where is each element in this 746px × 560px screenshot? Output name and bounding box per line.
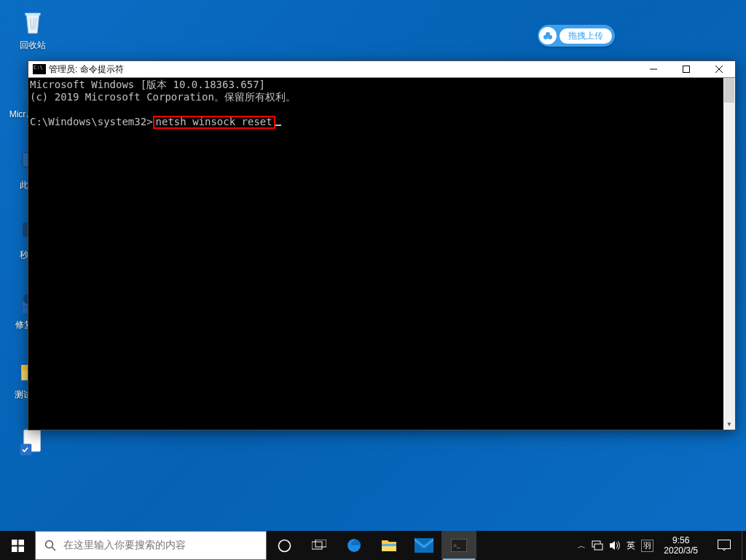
search-placeholder: 在这里输入你要搜索的内容 bbox=[63, 539, 186, 552]
close-button[interactable] bbox=[702, 61, 735, 77]
network-icon[interactable] bbox=[592, 540, 603, 551]
scroll-down-icon[interactable]: ▼ bbox=[723, 418, 735, 430]
maximize-button[interactable] bbox=[670, 61, 702, 77]
upload-drag-widget[interactable]: 拖拽上传 bbox=[538, 25, 615, 47]
ime-language[interactable]: 英 bbox=[627, 540, 635, 552]
cmd-app-icon bbox=[33, 64, 46, 74]
scroll-thumb[interactable] bbox=[724, 78, 734, 103]
taskbar-spacer bbox=[476, 531, 570, 560]
upload-drag-label: 拖拽上传 bbox=[560, 28, 612, 44]
action-center-button[interactable] bbox=[708, 531, 740, 560]
svg-point-15 bbox=[546, 32, 550, 36]
ime-mode[interactable]: 羽 bbox=[641, 540, 653, 552]
cmd-cursor bbox=[275, 125, 281, 126]
svg-rect-17 bbox=[683, 66, 689, 73]
notification-icon bbox=[718, 540, 731, 551]
clock-time: 9:56 bbox=[664, 535, 698, 545]
tray-chevron-up-icon[interactable]: ︿ bbox=[578, 540, 586, 551]
mail-icon bbox=[415, 538, 433, 553]
clock[interactable]: 9:56 2020/3/5 bbox=[659, 535, 702, 556]
recycle-bin-icon bbox=[17, 6, 49, 38]
svg-rect-31 bbox=[382, 544, 396, 546]
window-title: 管理员: 命令提示符 bbox=[49, 63, 637, 76]
cortana-button[interactable] bbox=[267, 531, 302, 560]
cmd-icon: >_ bbox=[451, 539, 467, 552]
taskbar-app-mail[interactable] bbox=[407, 531, 441, 560]
search-input[interactable]: 在这里输入你要搜索的内容 bbox=[35, 531, 267, 560]
cmd-body[interactable]: Microsoft Windows [版本 10.0.18363.657] (c… bbox=[28, 78, 735, 430]
svg-rect-22 bbox=[12, 546, 17, 552]
edge-icon bbox=[345, 537, 363, 554]
folder-icon bbox=[380, 537, 398, 553]
svg-rect-23 bbox=[18, 546, 24, 552]
scrollbar[interactable]: ▲ ▼ bbox=[723, 78, 735, 430]
show-desktop-button[interactable] bbox=[742, 531, 746, 560]
cmd-blank-line bbox=[30, 103, 735, 116]
search-icon bbox=[44, 540, 56, 551]
taskbar-app-explorer[interactable] bbox=[372, 531, 407, 560]
volume-icon[interactable] bbox=[609, 540, 621, 551]
svg-rect-36 bbox=[594, 544, 602, 550]
windows-logo-icon bbox=[12, 540, 24, 552]
taskbar-app-cmd[interactable]: >_ bbox=[441, 531, 476, 560]
minimize-button[interactable] bbox=[637, 61, 670, 77]
taskbar-app-edge[interactable] bbox=[337, 531, 372, 560]
desktop-icon-label: 回收站 bbox=[20, 39, 46, 52]
cmd-prompt-line: C:\Windows\system32>netsh winsock reset bbox=[30, 116, 735, 129]
cmd-window: 管理员: 命令提示符 Microsoft Windows [版本 10.0.18… bbox=[28, 60, 736, 430]
taskbar: 在这里输入你要搜索的内容 >_ ︿ 英 羽 9:56 2020/3/5 bbox=[0, 531, 746, 560]
svg-point-24 bbox=[46, 541, 53, 548]
svg-rect-27 bbox=[312, 542, 322, 549]
titlebar[interactable]: 管理员: 命令提示符 bbox=[28, 61, 735, 78]
cmd-output-line: Microsoft Windows [版本 10.0.18363.657] bbox=[30, 79, 735, 91]
cmd-prompt: C:\Windows\system32> bbox=[30, 116, 153, 127]
clock-date: 2020/3/5 bbox=[664, 545, 698, 556]
svg-rect-21 bbox=[18, 540, 24, 545]
system-tray: ︿ 英 羽 9:56 2020/3/5 bbox=[570, 531, 742, 560]
cloud-icon bbox=[539, 27, 557, 44]
cmd-entered-command: netsh winsock reset bbox=[153, 116, 275, 129]
cortana-icon bbox=[278, 539, 291, 553]
svg-line-25 bbox=[52, 548, 56, 551]
svg-point-26 bbox=[278, 540, 290, 551]
svg-text:>_: >_ bbox=[453, 542, 460, 549]
svg-rect-37 bbox=[718, 540, 731, 549]
svg-rect-20 bbox=[12, 540, 17, 545]
cmd-output-line: (c) 2019 Microsoft Corporation。保留所有权利。 bbox=[30, 91, 735, 103]
svg-rect-28 bbox=[315, 540, 326, 547]
task-view-icon bbox=[312, 540, 326, 551]
start-button[interactable] bbox=[0, 531, 35, 560]
desktop-icon-recycle-bin[interactable]: 回收站 bbox=[6, 6, 60, 52]
task-view-button[interactable] bbox=[302, 531, 337, 560]
